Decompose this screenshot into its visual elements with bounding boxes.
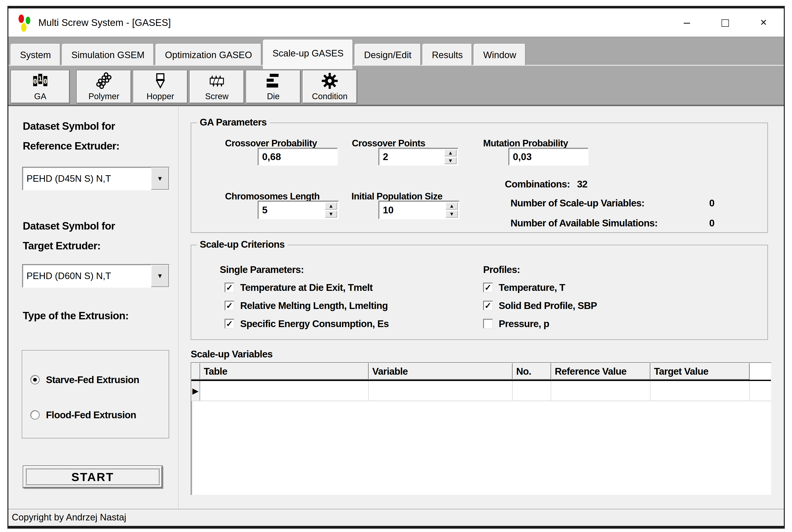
target-dropdown-button[interactable]: ▼ xyxy=(151,265,169,287)
tab-window[interactable]: Window xyxy=(474,44,526,65)
maximize-button[interactable]: □ xyxy=(718,16,733,28)
num-scaleup-variables-value: 0 xyxy=(709,197,715,209)
num-scaleup-variables-label: Number of Scale-up Variables: xyxy=(510,197,644,209)
toolbar-button-label: Screw xyxy=(205,91,228,102)
spinner-up-button[interactable]: ▲ xyxy=(446,203,458,210)
chromosomes-length-input[interactable]: 5 ▲ ▼ xyxy=(258,201,339,219)
checkbox-icon[interactable]: ✓ xyxy=(225,301,234,310)
crossover-probability-input[interactable]: 0,68 xyxy=(258,148,338,166)
extrusion-type-group: Starve-Fed Extrusion Flood-Fed Extrusion xyxy=(22,350,169,438)
app-icon-red-dot xyxy=(19,15,24,23)
chromosomes-length-value: 5 xyxy=(262,204,268,216)
tab-results[interactable]: Results xyxy=(422,44,472,65)
checkbox-label: Pressure, p xyxy=(499,318,549,329)
scaleup-variables-label: Scale-up Variables xyxy=(191,348,272,360)
svg-text:0: 0 xyxy=(33,77,37,85)
target-extruder-heading: Dataset Symbol for Target Extruder: xyxy=(23,216,115,256)
checkbox-icon[interactable] xyxy=(483,319,493,328)
checkbox-relative-melting-length[interactable]: ✓ Relative Melting Length, Lmelting xyxy=(225,300,388,311)
checkbox-label: Temperature at Die Exit, Tmelt xyxy=(240,282,373,293)
column-header-no: No. xyxy=(513,363,551,380)
close-button[interactable]: × xyxy=(756,16,771,28)
column-header-reference-value: Reference Value xyxy=(551,363,650,380)
ga-parameters-group: GA Parameters Crossover Probability 0,68… xyxy=(191,122,768,233)
toolbar-button-label: GA xyxy=(34,91,46,102)
app-icon-yellow-dot xyxy=(21,23,26,32)
check-icon: ✓ xyxy=(484,283,492,292)
cell-reference-value[interactable] xyxy=(551,381,650,401)
spinner-down-button[interactable]: ▼ xyxy=(325,211,337,218)
minimize-button[interactable]: – xyxy=(679,16,695,28)
tab-scale-up-gases[interactable]: Scale-up GASES xyxy=(263,40,353,69)
checkbox-icon[interactable]: ✓ xyxy=(483,301,493,310)
chromosomes-length-stepper: ▲ ▼ xyxy=(325,203,337,217)
toolbar-button-screw[interactable]: Screw xyxy=(190,70,244,103)
toolbar-button-hopper[interactable]: Hopper xyxy=(133,70,188,103)
crossover-points-label: Crossover Points xyxy=(352,138,425,149)
checkbox-icon[interactable]: ✓ xyxy=(483,283,493,292)
spinner-down-button[interactable]: ▼ xyxy=(444,157,457,164)
checkbox-temperature-profile[interactable]: ✓ Temperature, T xyxy=(483,282,565,293)
cell-variable[interactable] xyxy=(369,381,513,401)
scaleup-criterions-group: Scale-up Criterions Single Parameters: P… xyxy=(191,245,768,340)
arrow-up-icon: ▲ xyxy=(449,203,454,209)
window-title: Multi Screw System - [GASES] xyxy=(38,17,171,28)
tab-label: Scale-up GASES xyxy=(272,48,344,59)
reference-heading-line1: Dataset Symbol for xyxy=(23,116,119,136)
page: Multi Screw System - [GASES] – □ × Syste… xyxy=(0,0,792,532)
crossover-probability-value: 0,68 xyxy=(262,151,281,163)
radio-button-icon[interactable] xyxy=(30,410,40,420)
radio-flood-fed[interactable]: Flood-Fed Extrusion xyxy=(30,408,136,421)
crossover-points-stepper: ▲ ▼ xyxy=(444,150,457,164)
checkbox-specific-energy[interactable]: ✓ Specific Energy Consumption, Es xyxy=(225,318,389,329)
profiles-label: Profiles: xyxy=(483,264,520,275)
toolbar-button-ga[interactable]: 010 GA xyxy=(11,70,70,103)
cell-no[interactable] xyxy=(513,381,551,401)
mutation-probability-input[interactable]: 0,03 xyxy=(508,148,588,166)
window-controls: – □ × xyxy=(679,16,771,28)
tab-optimization-gaseo[interactable]: Optimization GASEO xyxy=(155,44,262,65)
radio-label: Starve-Fed Extrusion xyxy=(46,374,139,385)
reference-heading-line2: Reference Extruder: xyxy=(23,136,119,156)
check-icon: ✓ xyxy=(226,283,233,292)
tab-simulation-gsem[interactable]: Simulation GSEM xyxy=(62,44,154,65)
reference-extruder-select[interactable]: PEHD (D45N S) N,T ▼ xyxy=(22,167,170,190)
toolbar-button-polymer[interactable]: Polymer xyxy=(77,70,131,103)
toolbar-button-condition[interactable]: Condition xyxy=(303,70,357,103)
table-header-row: Table Variable No. Reference Value Targe… xyxy=(191,363,771,381)
radio-button-icon[interactable] xyxy=(30,375,40,384)
crossover-points-input[interactable]: 2 ▲ ▼ xyxy=(378,148,458,166)
checkbox-icon[interactable]: ✓ xyxy=(225,283,234,292)
tab-system[interactable]: System xyxy=(11,44,60,65)
tab-design-edit[interactable]: Design/Edit xyxy=(355,44,421,65)
cell-table[interactable] xyxy=(200,381,369,401)
tab-label: Optimization GASEO xyxy=(165,50,252,60)
target-extruder-select[interactable]: PEHD (D60N S) N,T ▼ xyxy=(22,264,170,288)
checkbox-solid-bed-profile[interactable]: ✓ Solid Bed Profile, SBP xyxy=(483,300,597,311)
radio-starve-fed[interactable]: Starve-Fed Extrusion xyxy=(30,374,139,386)
initial-population-size-input[interactable]: 10 ▲ ▼ xyxy=(378,201,459,219)
app-icon xyxy=(19,13,32,32)
toolbar-button-die[interactable]: Die xyxy=(246,70,300,103)
checkbox-temperature-die-exit[interactable]: ✓ Temperature at Die Exit, Tmelt xyxy=(225,282,373,293)
start-button[interactable]: START xyxy=(23,466,162,488)
checkbox-pressure-profile[interactable]: Pressure, p xyxy=(483,318,549,329)
arrow-down-icon: ▼ xyxy=(449,211,454,217)
app-window: Multi Screw System - [GASES] – □ × Syste… xyxy=(7,6,785,529)
target-extruder-value: PEHD (D60N S) N,T xyxy=(23,271,151,281)
spinner-down-button[interactable]: ▼ xyxy=(446,211,458,218)
combinations-label: Combinations: xyxy=(505,178,570,190)
screw-segment-icon xyxy=(190,71,243,91)
initial-population-size-value: 10 xyxy=(383,204,394,216)
cell-target-value[interactable] xyxy=(650,381,750,401)
spinner-up-button[interactable]: ▲ xyxy=(444,150,457,156)
mutation-probability-label: Mutation Probability xyxy=(483,138,568,149)
tab-label: System xyxy=(20,50,51,60)
spinner-up-button[interactable]: ▲ xyxy=(325,203,337,210)
initial-population-size-label: Initial Population Size xyxy=(352,191,442,202)
reference-dropdown-button[interactable]: ▼ xyxy=(151,167,169,190)
check-icon: ✓ xyxy=(226,301,233,310)
arrow-down-icon: ▼ xyxy=(328,211,334,217)
ga-parameters-legend: GA Parameters xyxy=(197,116,270,128)
checkbox-icon[interactable]: ✓ xyxy=(225,319,234,328)
